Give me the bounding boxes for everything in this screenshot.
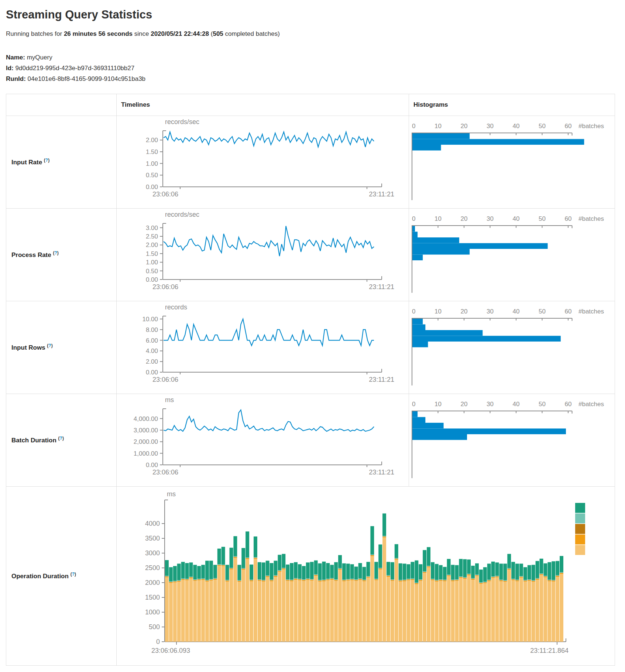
- svg-text:50: 50: [539, 308, 546, 315]
- svg-text:50: 50: [539, 123, 546, 130]
- svg-text:0.00: 0.00: [146, 276, 158, 283]
- svg-text:8.00: 8.00: [146, 326, 158, 333]
- timeline-svg: records10.008.006.004.002.000.0023:06:06…: [117, 301, 399, 394]
- operation-duration-help-link[interactable]: (?): [71, 572, 76, 577]
- svg-text:500: 500: [149, 623, 160, 631]
- histogram-bars: [412, 226, 548, 260]
- question-mark-icon: ?: [72, 572, 75, 577]
- svg-text:4.00: 4.00: [146, 347, 158, 354]
- svg-text:records/sec: records/sec: [165, 211, 199, 218]
- timeline-svg: records/sec2.001.501.000.500.0023:06:062…: [117, 116, 399, 208]
- query-metadata: Name: myQuery Id: 9d0dd219-995d-423e-b97…: [6, 52, 619, 84]
- svg-text:3000: 3000: [145, 549, 160, 557]
- svg-text:3.00: 3.00: [146, 224, 158, 231]
- timeline-axes: 10.008.006.004.002.000.0023:06:0623:11:2…: [142, 315, 394, 383]
- svg-text:23:06:06: 23:06:06: [152, 469, 178, 476]
- batch-duration-label: Batch Duration: [11, 437, 56, 444]
- input-rate-row: Input Rate (?) records/sec2.001.501.000.…: [6, 116, 615, 208]
- svg-text:0.00: 0.00: [146, 184, 158, 191]
- question-mark-icon: ?: [54, 250, 57, 256]
- batch-duration-timeline-chart: ms4,000.003,000.002,000.001,000.000.0023…: [117, 394, 409, 486]
- svg-text:40: 40: [513, 123, 520, 130]
- summary-prefix: Running batches for: [6, 30, 64, 37]
- svg-text:23:06:06: 23:06:06: [152, 283, 178, 291]
- histogram-bars: [412, 133, 584, 151]
- svg-text:2.00: 2.00: [146, 241, 158, 248]
- summary-since-time: 2020/05/21 22:44:28: [151, 30, 209, 37]
- timeline-line-series: [164, 226, 374, 256]
- svg-text:2,000.00: 2,000.00: [134, 438, 158, 445]
- svg-text:1,000.00: 1,000.00: [134, 450, 158, 457]
- legend-swatch-dark-orange: [575, 524, 585, 534]
- svg-text:20: 20: [461, 123, 468, 130]
- batch-duration-label-cell: Batch Duration (?): [6, 394, 117, 486]
- statistics-table: Timelines Histograms Input Rate (?) reco…: [6, 94, 615, 666]
- svg-text:2.00: 2.00: [146, 137, 158, 144]
- svg-text:0.00: 0.00: [146, 369, 158, 376]
- svg-text:10: 10: [435, 308, 442, 315]
- histogram-svg: 0102030405060#batches: [409, 209, 605, 301]
- running-batches-summary: Running batches for 26 minutes 56 second…: [6, 30, 619, 38]
- histogram-svg: 0102030405060#batches: [409, 394, 605, 486]
- input-rate-histogram-chart: 0102030405060#batches: [409, 116, 615, 208]
- timeline-axes: 4,000.003,000.002,000.001,000.000.0023:0…: [134, 409, 394, 476]
- svg-text:ms: ms: [167, 490, 176, 498]
- svg-text:records/sec: records/sec: [165, 118, 199, 126]
- query-name-label: Name:: [6, 54, 25, 61]
- empty-header-cell: [6, 94, 117, 116]
- histogram-svg: 0102030405060#batches: [409, 301, 605, 394]
- svg-text:20: 20: [461, 401, 468, 408]
- svg-text:30: 30: [487, 123, 494, 130]
- svg-text:30: 30: [487, 401, 494, 408]
- svg-text:50: 50: [539, 401, 546, 408]
- operation-duration-stacked-chart: ms4000350030002500200015001000500023:06:…: [117, 487, 615, 665]
- query-name-row: Name: myQuery: [6, 52, 619, 62]
- process-rate-label: Process Rate: [11, 251, 51, 258]
- svg-text:10: 10: [435, 215, 442, 222]
- svg-text:23:06:06: 23:06:06: [152, 376, 178, 383]
- svg-text:3500: 3500: [145, 535, 160, 542]
- question-mark-icon: ?: [60, 436, 62, 441]
- stacked-bar-series: [165, 513, 563, 641]
- input-rows-label-cell: Input Rows (?): [6, 301, 117, 394]
- process-rate-help-link[interactable]: (?): [53, 250, 58, 256]
- svg-text:1.50: 1.50: [146, 148, 158, 155]
- svg-text:23:06:06.093: 23:06:06.093: [151, 647, 190, 654]
- svg-text:30: 30: [487, 215, 494, 222]
- svg-text:20: 20: [461, 308, 468, 315]
- process-rate-row: Process Rate (?) records/sec3.002.502.00…: [6, 208, 615, 301]
- operation-duration-label-cell: Operation Duration (?): [6, 486, 117, 665]
- process-rate-histogram-chart: 0102030405060#batches: [409, 209, 615, 301]
- svg-text:0: 0: [412, 308, 415, 315]
- legend-swatch-tan: [575, 545, 585, 555]
- legend-swatch-orange: [575, 534, 585, 544]
- svg-text:1.00: 1.00: [146, 259, 158, 266]
- histogram-svg: 0102030405060#batches: [409, 116, 605, 208]
- svg-text:records: records: [165, 304, 187, 311]
- operation-duration-legend: [575, 503, 585, 555]
- svg-text:1.50: 1.50: [146, 250, 158, 257]
- query-id-label: Id:: [6, 65, 14, 72]
- svg-text:10: 10: [435, 401, 442, 408]
- timeline-line-series: [164, 319, 374, 345]
- histograms-column-header: Histograms: [409, 94, 615, 116]
- timeline-svg: records/sec3.002.502.001.501.000.500.002…: [117, 209, 399, 301]
- svg-text:1000: 1000: [145, 608, 160, 616]
- svg-text:2000: 2000: [145, 579, 160, 586]
- svg-text:0: 0: [412, 123, 415, 130]
- svg-text:40: 40: [513, 308, 520, 315]
- input-rows-label: Input Rows: [11, 344, 45, 351]
- input-rate-help-link[interactable]: (?): [44, 158, 49, 163]
- input-rows-help-link[interactable]: (?): [47, 343, 52, 348]
- svg-text:0.50: 0.50: [146, 267, 158, 274]
- svg-text:4,000.00: 4,000.00: [134, 415, 158, 422]
- input-rate-label: Input Rate: [11, 159, 42, 166]
- histogram-axes: 0102030405060#batches: [412, 308, 604, 385]
- input-rows-histogram-chart: 0102030405060#batches: [409, 301, 615, 394]
- batch-duration-histogram-chart: 0102030405060#batches: [409, 394, 615, 486]
- svg-text:20: 20: [461, 215, 468, 222]
- svg-text:#batches: #batches: [578, 308, 604, 315]
- batch-duration-help-link[interactable]: (?): [58, 436, 64, 441]
- svg-text:3,000.00: 3,000.00: [134, 427, 158, 434]
- svg-text:#batches: #batches: [578, 123, 604, 130]
